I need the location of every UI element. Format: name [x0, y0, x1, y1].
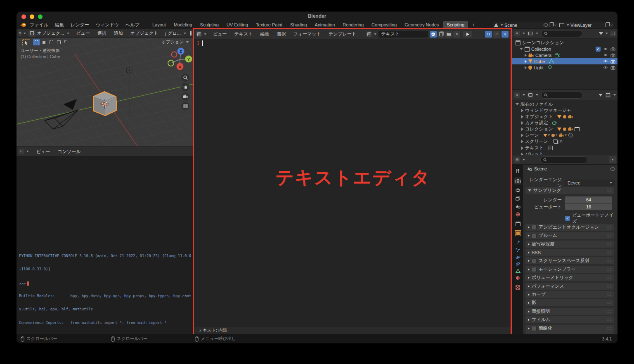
- tab-collection[interactable]: [514, 220, 521, 227]
- disclosure-triangle-icon[interactable]: [525, 60, 527, 63]
- blend-row-screens[interactable]: スクリーン 11: [512, 138, 615, 144]
- section-checkbox[interactable]: [532, 326, 537, 331]
- fake-user-toggle[interactable]: [430, 31, 437, 38]
- hide-eye-icon[interactable]: [603, 59, 608, 63]
- hide-eye-icon[interactable]: [603, 66, 608, 69]
- disclosure-triangle-icon[interactable]: [520, 48, 523, 50]
- options-dropdown[interactable]: オプション: [161, 39, 189, 45]
- section-bloom[interactable]: ブルーム: [525, 232, 614, 239]
- tab-data[interactable]: [514, 267, 521, 274]
- mode-dropdown[interactable]: オブジェク...: [36, 29, 65, 37]
- disable-render-camera-icon[interactable]: [610, 53, 615, 57]
- new-text-button[interactable]: [438, 31, 445, 38]
- drag-handle[interactable]: [607, 310, 611, 313]
- tab-scene[interactable]: [514, 203, 521, 210]
- disclosure-triangle-icon[interactable]: [521, 134, 523, 137]
- active-tool-button[interactable]: [22, 39, 30, 46]
- disclosure-triangle-icon[interactable]: [516, 103, 519, 105]
- filter-funnel-icon[interactable]: [599, 32, 603, 35]
- drag-handle[interactable]: [607, 268, 611, 271]
- select-box-subtract-button[interactable]: [48, 39, 55, 45]
- editor-type-console-icon[interactable]: >_: [19, 149, 24, 154]
- sampling-panel-header[interactable]: サンプリング: [525, 187, 614, 194]
- delete-viewlayer-icon[interactable]: ×: [610, 23, 613, 28]
- tab-material[interactable]: [514, 274, 521, 281]
- drag-handle[interactable]: [607, 318, 611, 321]
- blend-row-texts[interactable]: テキスト: [512, 145, 615, 151]
- blend-row-collections[interactable]: コレクション: [512, 126, 615, 132]
- new-scene-icon[interactable]: [549, 23, 553, 27]
- tab-tool[interactable]: [514, 168, 521, 175]
- camera-view-button[interactable]: [181, 92, 189, 101]
- menu-window[interactable]: ウィンドウ: [92, 21, 122, 29]
- section-shadows[interactable]: 影: [525, 299, 614, 306]
- denoise-checkbox[interactable]: ✓: [565, 216, 570, 221]
- open-text-button[interactable]: [445, 31, 452, 38]
- viewlayer-selector[interactable]: ViewLayer ×: [558, 22, 614, 28]
- editor-type-text-icon[interactable]: [196, 31, 202, 37]
- disclosure-triangle-icon[interactable]: [521, 115, 523, 118]
- outliner-row-cube[interactable]: Cube: [512, 58, 617, 64]
- drag-handle[interactable]: [607, 226, 611, 229]
- tab-view-layer[interactable]: [514, 195, 521, 202]
- outliner-row-scene-collection[interactable]: シーンコレクション: [512, 40, 615, 46]
- blend-file-mode-icon[interactable]: [528, 92, 533, 98]
- drag-handle[interactable]: [607, 276, 611, 279]
- properties-options-button[interactable]: [609, 156, 616, 163]
- word-wrap-toggle[interactable]: ↵: [493, 31, 500, 38]
- editor-type-outliner-icon[interactable]: ≣: [514, 31, 520, 36]
- navigation-gizmo[interactable]: Z Y X: [165, 45, 192, 71]
- section-checkbox[interactable]: [532, 258, 537, 263]
- workspace-tab-modeling[interactable]: Modeling: [170, 21, 196, 29]
- disable-render-camera-icon[interactable]: [610, 59, 615, 64]
- blend-row-window-manager[interactable]: ウィンドウマネージャ: [512, 107, 615, 113]
- text-datablock-icon[interactable]: [366, 31, 372, 37]
- tab-object[interactable]: [514, 229, 521, 236]
- tab-output[interactable]: [514, 187, 521, 194]
- drag-handle[interactable]: [607, 259, 611, 262]
- menu-help[interactable]: ヘルプ: [122, 21, 143, 29]
- console-menu-console[interactable]: コンソール: [54, 148, 84, 156]
- section-curves[interactable]: カーブ: [525, 291, 614, 298]
- collection-filter-icon[interactable]: [605, 92, 611, 98]
- collection-checkbox[interactable]: ✓: [596, 47, 601, 52]
- section-simplify[interactable]: 簡略化: [525, 325, 614, 332]
- disclosure-triangle-icon[interactable]: [525, 66, 527, 69]
- editor-type-viewport-icon[interactable]: ⊞: [19, 31, 21, 36]
- section-screen-space-reflections[interactable]: スクリーンスペース反射: [525, 257, 614, 264]
- console-prompt[interactable]: >>>: [19, 281, 29, 286]
- section-film[interactable]: フィルム: [525, 316, 614, 323]
- text-menu-format[interactable]: フォーマット: [290, 30, 324, 38]
- menu-edit[interactable]: 編集: [52, 21, 67, 29]
- new-collection-button[interactable]: [610, 31, 616, 36]
- viewport-menu-object[interactable]: オブジェクト: [127, 29, 162, 37]
- console-menu-view[interactable]: ビュー: [33, 148, 54, 156]
- blend-row-cameras[interactable]: カメラ設定: [512, 120, 615, 126]
- outliner-row-camera[interactable]: Camera: [512, 52, 615, 58]
- tab-texture[interactable]: [514, 284, 521, 291]
- disclosure-triangle-icon[interactable]: [521, 147, 523, 150]
- text-name-field[interactable]: テキスト: [379, 31, 428, 38]
- filter-funnel-icon[interactable]: [599, 94, 603, 97]
- line-numbers-toggle[interactable]: 1≡: [485, 31, 492, 38]
- syntax-highlight-toggle[interactable]: ≡: [502, 31, 509, 38]
- drag-handle[interactable]: [607, 251, 611, 254]
- disclosure-triangle-icon[interactable]: [521, 109, 523, 112]
- section-depth-of-field[interactable]: 被写界深度: [525, 241, 614, 248]
- blender-logo-icon[interactable]: [20, 22, 26, 28]
- disable-render-camera-icon[interactable]: [610, 66, 615, 70]
- viewport-menu-select[interactable]: 選択: [94, 29, 110, 37]
- section-indirect-lighting[interactable]: 間接照明: [525, 308, 614, 315]
- delete-scene-icon[interactable]: ×: [554, 23, 557, 28]
- outliner-row-light[interactable]: Light: [512, 64, 615, 71]
- section-sss[interactable]: SSS: [525, 249, 614, 256]
- drag-handle[interactable]: [607, 234, 611, 237]
- viewport-samples-field[interactable]: 16: [565, 203, 612, 210]
- orientation-dropdown[interactable]: グロ...: [167, 29, 182, 37]
- blend-file-search-field[interactable]: [541, 92, 582, 99]
- drag-handle[interactable]: [607, 293, 611, 296]
- blend-row-objects[interactable]: オブジェクト: [512, 113, 615, 120]
- disclosure-triangle-icon[interactable]: [525, 54, 527, 57]
- tab-world[interactable]: [514, 211, 521, 218]
- move-view-button[interactable]: [181, 83, 189, 91]
